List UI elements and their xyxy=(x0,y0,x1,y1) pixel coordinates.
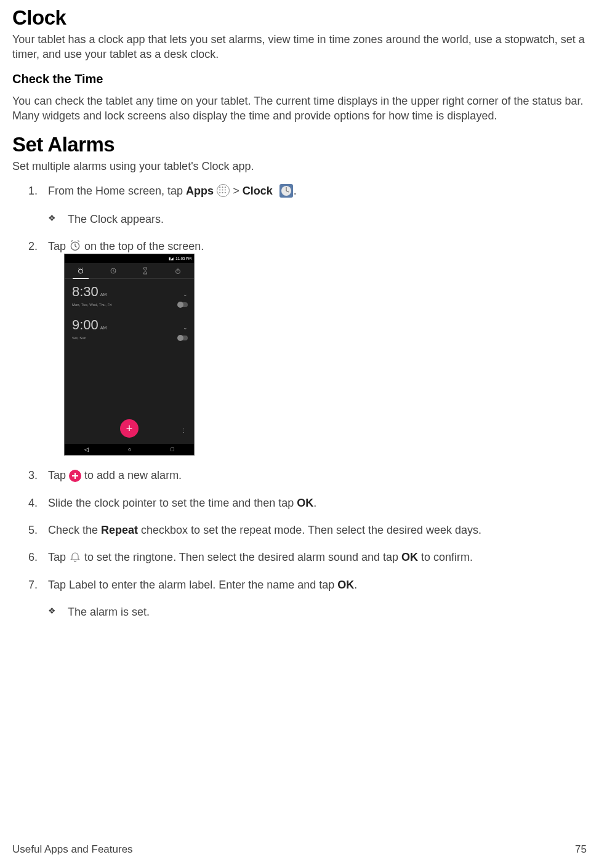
alarms-intro: Set multiple alarms using your tablet's … xyxy=(12,159,587,174)
svg-line-17 xyxy=(78,241,79,242)
svg-line-15 xyxy=(75,246,77,247)
svg-point-2 xyxy=(225,187,226,188)
step-4-text-a: Slide the clock pointer to set the time … xyxy=(48,497,297,509)
step-1-clock: Clock xyxy=(243,185,273,197)
step-2: 2. Tap on the top of the screen. ▮◢11:03… xyxy=(32,239,587,456)
step-7-sub: The alarm is set. xyxy=(49,605,587,619)
svg-point-8 xyxy=(225,192,226,193)
svg-point-5 xyxy=(225,190,226,191)
clock-screenshot: ▮◢11:03 PM 8:30AM⌄ Mon, Tue, Wed, Thu, F xyxy=(64,254,195,456)
shot-tab-stopwatch xyxy=(162,263,195,278)
footer-page-number: 75 xyxy=(575,843,587,856)
shot-tab-alarm xyxy=(65,263,97,278)
step-3: 3. Tap to add a new alarm. xyxy=(32,468,587,483)
step-6: 6. Tap to set the ringtone. Then select … xyxy=(32,550,587,565)
svg-line-19 xyxy=(79,268,80,268)
step-4: 4. Slide the clock pointer to set the ti… xyxy=(32,496,587,510)
step-1-apps: Apps xyxy=(186,185,214,197)
footer-section: Useful Apps and Features xyxy=(12,843,133,856)
shot-tabs xyxy=(65,263,194,279)
step-5-repeat: Repeat xyxy=(101,524,138,536)
shot-alarm1-time: 8:30 xyxy=(72,283,98,301)
step-4-ok: OK xyxy=(297,497,313,509)
clock-intro: Your tablet has a clock app that lets yo… xyxy=(12,32,587,62)
shot-nav-home: ○ xyxy=(128,446,131,453)
svg-point-7 xyxy=(222,192,223,193)
plus-fab-icon xyxy=(69,470,81,482)
step-7: 7. Tap Label to enter the alarm label. E… xyxy=(32,577,587,620)
shot-menu-icon: ⋮ xyxy=(180,426,187,435)
shot-alarm2-time: 9:00 xyxy=(72,316,98,334)
svg-line-20 xyxy=(82,268,83,268)
page-footer: Useful Apps and Features 75 xyxy=(12,843,587,856)
shot-tab-timer xyxy=(129,263,162,278)
shot-alarm-1: 8:30AM⌄ Mon, Tue, Wed, Thu, Fri xyxy=(65,279,194,312)
step-1: 1. From the Home screen, tap Apps > Cloc… xyxy=(32,183,587,227)
step-7-ok: OK xyxy=(337,579,354,591)
heading-set-alarms: Set Alarms xyxy=(12,133,587,156)
step-1-separator: > xyxy=(233,185,243,197)
step-6-text-b: to set the ringtone. Then select the des… xyxy=(81,551,401,563)
svg-point-0 xyxy=(219,187,220,188)
svg-line-16 xyxy=(71,241,73,242)
shot-alarm2-switch xyxy=(178,336,188,340)
shot-alarm1-switch xyxy=(178,302,188,307)
shot-tab-clock xyxy=(97,263,130,278)
shot-nav-recent: □ xyxy=(171,446,174,453)
shot-statusbar: ▮◢11:03 PM xyxy=(65,254,194,263)
step-5-text-a: Check the xyxy=(48,524,101,536)
step-1-sub: The Clock appears. xyxy=(49,212,587,227)
step-6-ok: OK xyxy=(401,551,418,563)
shot-alarm1-ampm: AM xyxy=(100,292,107,297)
step-3-text-a: Tap xyxy=(48,469,69,481)
step-1-sublist: The Clock appears. xyxy=(49,212,587,227)
shot-alarm-2: 9:00AM⌄ Sat, Sun xyxy=(65,312,194,345)
shot-fab-add: + xyxy=(120,419,139,438)
bell-icon xyxy=(69,550,81,563)
step-2-text-b: on the top of the screen. xyxy=(81,240,204,252)
step-6-text-a: Tap xyxy=(48,551,69,563)
svg-point-3 xyxy=(219,190,220,191)
shot-status-time: 11:03 PM xyxy=(175,256,191,261)
svg-point-6 xyxy=(219,192,220,193)
step-6-text-c: to confirm. xyxy=(418,551,473,563)
svg-point-4 xyxy=(222,190,223,191)
shot-navbar: ◁ ○ □ xyxy=(65,444,194,455)
shot-alarm1-days: Mon, Tue, Wed, Thu, Fri xyxy=(72,302,111,307)
step-1-period: . xyxy=(294,185,297,197)
step-5: 5. Check the Repeat checkbox to set the … xyxy=(32,523,587,537)
step-7-text-a: Tap Label to enter the alarm label. Ente… xyxy=(48,579,337,591)
heading-check-time: Check the Time xyxy=(12,72,587,86)
step-3-text-b: to add a new alarm. xyxy=(81,469,182,481)
steps-list: 1. From the Home screen, tap Apps > Cloc… xyxy=(32,183,587,619)
step-4-period: . xyxy=(313,497,316,509)
check-time-body: You can check the tablet any time on you… xyxy=(12,94,587,124)
step-7-period: . xyxy=(354,579,357,591)
step-5-text-b: checkbox to set the repeat mode. Then se… xyxy=(138,524,481,536)
step-7-sublist: The alarm is set. xyxy=(49,605,587,619)
shot-alarm2-days: Sat, Sun xyxy=(72,336,86,340)
shot-alarm2-ampm: AM xyxy=(100,325,107,331)
step-1-text-a: From the Home screen, tap xyxy=(48,185,186,197)
shot-nav-back: ◁ xyxy=(84,446,89,453)
alarm-tab-icon xyxy=(69,239,81,252)
svg-line-23 xyxy=(113,271,115,271)
svg-point-18 xyxy=(79,269,83,273)
clock-app-icon xyxy=(279,183,294,198)
apps-icon xyxy=(217,184,230,197)
svg-point-1 xyxy=(222,187,223,188)
heading-clock: Clock xyxy=(12,6,587,30)
step-2-text-a: Tap xyxy=(48,240,69,252)
